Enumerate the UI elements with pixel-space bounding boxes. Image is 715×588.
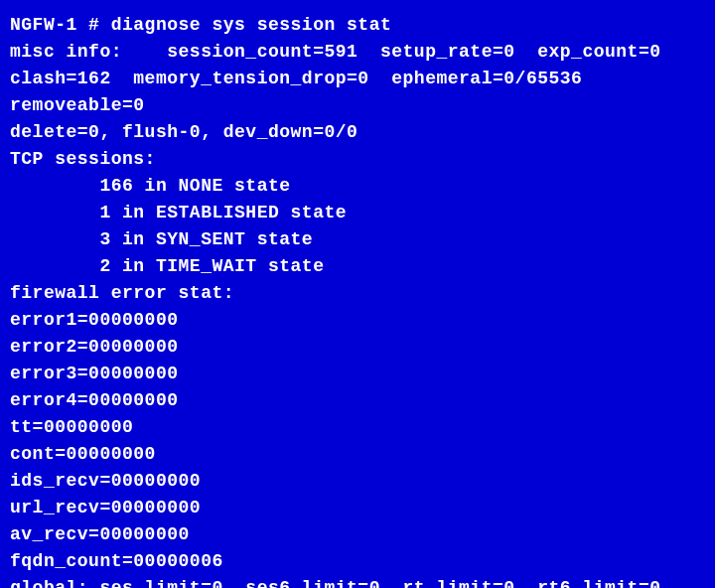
terminal-line: 1 in ESTABLISHED state (10, 200, 705, 226)
terminal-line: tt=00000000 (10, 414, 705, 441)
terminal-line: av_recv=00000000 (10, 521, 705, 548)
terminal-line: url_recv=00000000 (10, 495, 705, 521)
terminal-line: error1=00000000 (10, 307, 705, 334)
terminal-line: TCP sessions: (10, 146, 705, 173)
terminal-line: global: ses_limit=0 ses6_limit=0 rt_limi… (10, 575, 705, 588)
terminal-output: NGFW-1 # diagnose sys session stat misc … (10, 12, 705, 588)
terminal-line: 2 in TIME_WAIT state (10, 253, 705, 280)
terminal-line: error3=00000000 (10, 361, 705, 387)
terminal-line: clash=162 memory_tension_drop=0 ephemera… (10, 66, 705, 92)
terminal-line: 166 in NONE state (10, 173, 705, 200)
terminal-line: fqdn_count=00000006 (10, 548, 705, 575)
terminal-line: NGFW-1 # diagnose sys session stat (10, 12, 705, 39)
terminal-line: removeable=0 (10, 92, 705, 119)
terminal-line: 3 in SYN_SENT state (10, 226, 705, 253)
terminal-line: cont=00000000 (10, 441, 705, 468)
terminal-line: firewall error stat: (10, 280, 705, 307)
terminal-line: delete=0, flush-0, dev_down=0/0 (10, 119, 705, 146)
terminal-line: error2=00000000 (10, 334, 705, 361)
terminal-line: misc info: session_count=591 setup_rate=… (10, 39, 705, 66)
terminal-line: ids_recv=00000000 (10, 468, 705, 495)
terminal-line: error4=00000000 (10, 387, 705, 414)
